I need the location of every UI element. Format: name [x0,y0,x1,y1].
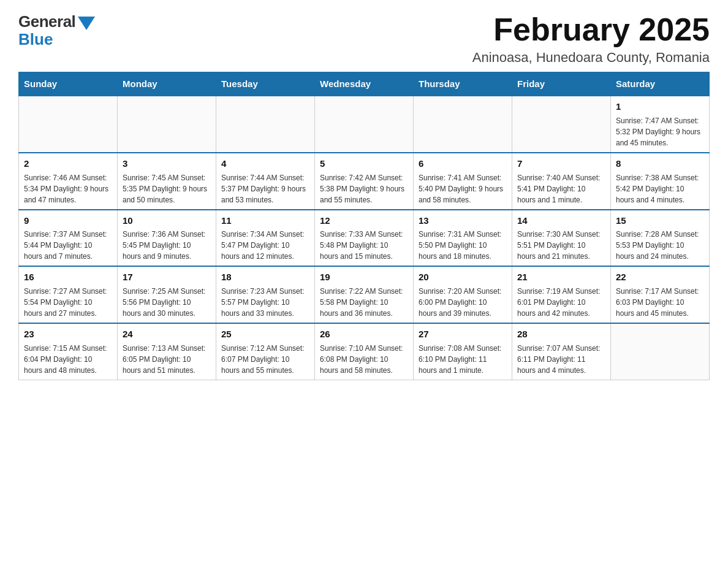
day-number: 27 [419,327,507,341]
day-info: Sunrise: 7:23 AM Sunset: 5:57 PM Dayligh… [221,286,309,319]
day-info: Sunrise: 7:10 AM Sunset: 6:08 PM Dayligh… [320,343,408,376]
logo-top: General [18,12,95,31]
calendar-cell: 19Sunrise: 7:22 AM Sunset: 5:58 PM Dayli… [315,266,414,323]
day-info: Sunrise: 7:44 AM Sunset: 5:37 PM Dayligh… [221,172,309,205]
calendar-cell: 13Sunrise: 7:31 AM Sunset: 5:50 PM Dayli… [414,210,512,267]
calendar-header-row: SundayMondayTuesdayWednesdayThursdayFrid… [19,72,710,96]
calendar-cell: 5Sunrise: 7:42 AM Sunset: 5:38 PM Daylig… [315,153,414,210]
day-info: Sunrise: 7:20 AM Sunset: 6:00 PM Dayligh… [419,286,507,319]
day-number: 8 [616,157,704,170]
calendar-day-header: Wednesday [315,72,414,96]
day-info: Sunrise: 7:47 AM Sunset: 5:32 PM Dayligh… [616,115,704,148]
day-number: 3 [123,157,211,170]
day-number: 23 [24,327,112,341]
calendar-cell: 28Sunrise: 7:07 AM Sunset: 6:11 PM Dayli… [512,323,611,380]
calendar-cell: 4Sunrise: 7:44 AM Sunset: 5:37 PM Daylig… [216,153,315,210]
calendar-cell: 8Sunrise: 7:38 AM Sunset: 5:42 PM Daylig… [611,153,710,210]
day-info: Sunrise: 7:30 AM Sunset: 5:51 PM Dayligh… [517,229,605,262]
page-header: General Blue February 2025 Aninoasa, Hun… [18,12,710,66]
calendar-cell: 9Sunrise: 7:37 AM Sunset: 5:44 PM Daylig… [19,210,118,267]
logo-blue-text: Blue [18,30,53,49]
day-info: Sunrise: 7:28 AM Sunset: 5:53 PM Dayligh… [616,229,704,262]
calendar-cell: 17Sunrise: 7:25 AM Sunset: 5:56 PM Dayli… [118,266,216,323]
calendar-cell: 25Sunrise: 7:12 AM Sunset: 6:07 PM Dayli… [216,323,315,380]
day-info: Sunrise: 7:27 AM Sunset: 5:54 PM Dayligh… [24,286,112,319]
day-number: 16 [24,270,112,284]
day-info: Sunrise: 7:17 AM Sunset: 6:03 PM Dayligh… [616,286,704,319]
calendar-week-row: 1Sunrise: 7:47 AM Sunset: 5:32 PM Daylig… [19,96,710,153]
day-info: Sunrise: 7:33 AM Sunset: 5:48 PM Dayligh… [320,229,408,262]
day-info: Sunrise: 7:41 AM Sunset: 5:40 PM Dayligh… [419,172,507,205]
calendar-cell [19,96,118,153]
title-section: February 2025 Aninoasa, Hunedoara County… [472,12,710,66]
day-info: Sunrise: 7:15 AM Sunset: 6:04 PM Dayligh… [24,343,112,376]
day-number: 11 [221,214,309,228]
calendar-cell [512,96,611,153]
day-number: 5 [320,157,408,170]
day-info: Sunrise: 7:07 AM Sunset: 6:11 PM Dayligh… [517,343,605,376]
calendar-cell: 20Sunrise: 7:20 AM Sunset: 6:00 PM Dayli… [414,266,512,323]
location-subtitle: Aninoasa, Hunedoara County, Romania [472,50,710,66]
calendar-cell: 12Sunrise: 7:33 AM Sunset: 5:48 PM Dayli… [315,210,414,267]
calendar-day-header: Sunday [19,72,118,96]
day-number: 9 [24,214,112,228]
calendar-cell: 24Sunrise: 7:13 AM Sunset: 6:05 PM Dayli… [118,323,216,380]
day-number: 20 [419,270,507,284]
calendar-cell [414,96,512,153]
day-info: Sunrise: 7:38 AM Sunset: 5:42 PM Dayligh… [616,172,704,205]
logo-triangle-icon [78,17,95,30]
day-number: 18 [221,270,309,284]
calendar-cell: 6Sunrise: 7:41 AM Sunset: 5:40 PM Daylig… [414,153,512,210]
day-number: 21 [517,270,605,284]
day-number: 25 [221,327,309,341]
day-info: Sunrise: 7:37 AM Sunset: 5:44 PM Dayligh… [24,229,112,262]
calendar-cell: 21Sunrise: 7:19 AM Sunset: 6:01 PM Dayli… [512,266,611,323]
day-number: 24 [123,327,211,341]
calendar-cell: 11Sunrise: 7:34 AM Sunset: 5:47 PM Dayli… [216,210,315,267]
day-number: 12 [320,214,408,228]
day-info: Sunrise: 7:31 AM Sunset: 5:50 PM Dayligh… [419,229,507,262]
calendar-week-row: 9Sunrise: 7:37 AM Sunset: 5:44 PM Daylig… [19,210,710,267]
day-info: Sunrise: 7:40 AM Sunset: 5:41 PM Dayligh… [517,172,605,205]
day-number: 19 [320,270,408,284]
day-info: Sunrise: 7:19 AM Sunset: 6:01 PM Dayligh… [517,286,605,319]
day-number: 4 [221,157,309,170]
calendar-cell: 18Sunrise: 7:23 AM Sunset: 5:57 PM Dayli… [216,266,315,323]
calendar-cell: 22Sunrise: 7:17 AM Sunset: 6:03 PM Dayli… [611,266,710,323]
day-number: 17 [123,270,211,284]
calendar-cell [611,323,710,380]
day-info: Sunrise: 7:46 AM Sunset: 5:34 PM Dayligh… [24,172,112,205]
day-number: 10 [123,214,211,228]
day-info: Sunrise: 7:13 AM Sunset: 6:05 PM Dayligh… [123,343,211,376]
day-info: Sunrise: 7:08 AM Sunset: 6:10 PM Dayligh… [419,343,507,376]
calendar-cell: 26Sunrise: 7:10 AM Sunset: 6:08 PM Dayli… [315,323,414,380]
day-number: 7 [517,157,605,170]
calendar-cell: 10Sunrise: 7:36 AM Sunset: 5:45 PM Dayli… [118,210,216,267]
day-info: Sunrise: 7:22 AM Sunset: 5:58 PM Dayligh… [320,286,408,319]
logo-general-text: General [18,12,75,31]
calendar-cell: 15Sunrise: 7:28 AM Sunset: 5:53 PM Dayli… [611,210,710,267]
day-number: 13 [419,214,507,228]
month-title: February 2025 [472,12,710,47]
calendar-cell: 1Sunrise: 7:47 AM Sunset: 5:32 PM Daylig… [611,96,710,153]
day-info: Sunrise: 7:42 AM Sunset: 5:38 PM Dayligh… [320,172,408,205]
day-info: Sunrise: 7:36 AM Sunset: 5:45 PM Dayligh… [123,229,211,262]
calendar-cell [216,96,315,153]
calendar-cell: 23Sunrise: 7:15 AM Sunset: 6:04 PM Dayli… [19,323,118,380]
day-info: Sunrise: 7:34 AM Sunset: 5:47 PM Dayligh… [221,229,309,262]
day-info: Sunrise: 7:45 AM Sunset: 5:35 PM Dayligh… [123,172,211,205]
logo: General Blue [18,12,95,49]
calendar-cell [118,96,216,153]
calendar-table: SundayMondayTuesdayWednesdayThursdayFrid… [18,72,710,380]
calendar-day-header: Saturday [611,72,710,96]
calendar-day-header: Thursday [414,72,512,96]
calendar-cell: 14Sunrise: 7:30 AM Sunset: 5:51 PM Dayli… [512,210,611,267]
calendar-cell: 3Sunrise: 7:45 AM Sunset: 5:35 PM Daylig… [118,153,216,210]
calendar-day-header: Friday [512,72,611,96]
calendar-cell [315,96,414,153]
day-number: 15 [616,214,704,228]
calendar-cell: 16Sunrise: 7:27 AM Sunset: 5:54 PM Dayli… [19,266,118,323]
day-number: 2 [24,157,112,170]
day-info: Sunrise: 7:25 AM Sunset: 5:56 PM Dayligh… [123,286,211,319]
day-number: 28 [517,327,605,341]
